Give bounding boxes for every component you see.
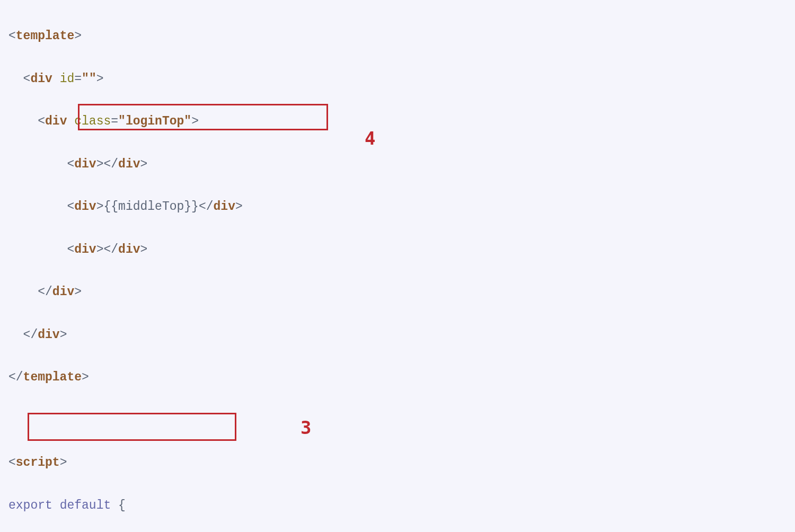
code-line-5: <div>{{middleTop}}</div> [8, 196, 787, 217]
code-line-8: </div> [8, 324, 787, 345]
kw-export: export [8, 499, 52, 512]
attr-id: id [60, 72, 75, 86]
class-value: "loginTop" [118, 114, 191, 128]
mustache-close: }} [184, 200, 199, 214]
id-value: "" [82, 72, 96, 86]
code-line-10: <script> [8, 452, 787, 473]
code-block: <template> <div id=""> <div class="login… [8, 4, 787, 532]
annotation-3: 3 [301, 412, 311, 444]
code-line-blank [8, 410, 787, 431]
tag-script: script [16, 456, 60, 469]
code-line-6: <div></div> [8, 239, 787, 260]
code-line-7: </div> [8, 281, 787, 303]
tag-div: div [45, 114, 67, 128]
kw-default: default [60, 499, 111, 512]
tag-div: div [30, 72, 52, 86]
code-line-1: <template> [8, 25, 787, 47]
angle-close: > [74, 29, 82, 43]
code-line-11: export default { [8, 495, 787, 516]
code-line-2: <div id=""> [8, 68, 787, 90]
tag-template: template [16, 29, 74, 43]
code-line-4: <div></div> [8, 154, 787, 175]
code-line-9: </template> [8, 367, 787, 388]
attr-class: class [74, 114, 111, 128]
angle-open: < [8, 29, 16, 43]
annotation-4: 4 [365, 123, 375, 155]
var-middleTop: middleTop [118, 200, 184, 214]
tag-template-close: template [23, 370, 82, 384]
mustache-open: {{ [103, 200, 118, 214]
code-line-3: <div class="loginTop"> [8, 111, 787, 132]
